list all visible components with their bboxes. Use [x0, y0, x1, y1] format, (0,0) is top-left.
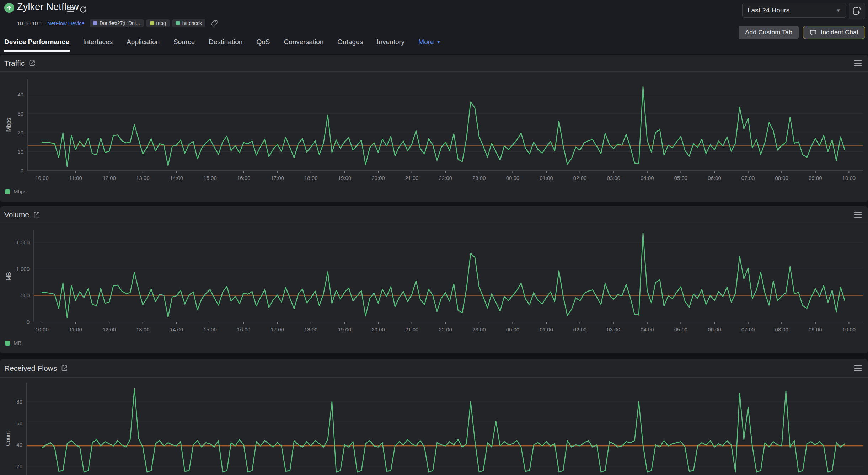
- svg-text:07:00: 07:00: [741, 326, 755, 332]
- svg-text:10:00: 10:00: [35, 326, 49, 332]
- received-flows-panel: Received Flows 20406080Count: [0, 359, 868, 475]
- tab-application[interactable]: Application: [126, 33, 160, 51]
- svg-text:22:00: 22:00: [439, 175, 452, 181]
- svg-text:18:00: 18:00: [304, 175, 318, 181]
- tab-destination[interactable]: Destination: [208, 33, 243, 51]
- tag-label: Don&#x27;t_Del...: [100, 20, 140, 26]
- svg-text:40: 40: [16, 442, 22, 448]
- svg-text:18:00: 18:00: [304, 326, 318, 332]
- svg-text:19:00: 19:00: [338, 326, 352, 332]
- tab-inventory[interactable]: Inventory: [376, 33, 405, 51]
- received-flows-panel-title: Received Flows: [4, 364, 57, 373]
- svg-text:1,500: 1,500: [16, 239, 30, 245]
- svg-text:06:00: 06:00: [708, 326, 721, 332]
- svg-text:10: 10: [17, 149, 23, 155]
- widget-menu-icon[interactable]: [854, 58, 862, 68]
- popout-window-button[interactable]: [849, 3, 865, 19]
- page-header: Zylker Netflow 10.10.10.1 NetFlow Device…: [0, 0, 868, 54]
- volume-chart: 05001,0001,500MB10:0011:0012:0013:0014:0…: [0, 223, 868, 353]
- svg-text:05:00: 05:00: [674, 326, 688, 332]
- svg-text:09:00: 09:00: [809, 326, 822, 332]
- svg-text:Mbps: Mbps: [6, 118, 12, 132]
- legend-label: Mbps: [14, 188, 27, 194]
- tab-conversation[interactable]: Conversation: [283, 33, 324, 51]
- tab-interfaces[interactable]: Interfaces: [82, 33, 113, 51]
- time-range-value: Last 24 Hours: [748, 6, 789, 14]
- svg-text:12:00: 12:00: [102, 326, 116, 332]
- svg-text:05:00: 05:00: [674, 175, 688, 181]
- open-trend-icon[interactable]: [33, 211, 40, 218]
- svg-text:20:00: 20:00: [371, 175, 385, 181]
- svg-text:500: 500: [21, 292, 30, 298]
- svg-text:0: 0: [27, 319, 30, 325]
- tag-chip: hit:check: [172, 19, 205, 27]
- tag-label: mbg: [156, 20, 166, 26]
- svg-text:17:00: 17:00: [270, 326, 284, 332]
- tag-chip: mbg: [146, 19, 170, 27]
- traffic-chart: 010203040Mbps10:0011:0012:0013:0014:0015…: [0, 72, 868, 202]
- tab-device-performance[interactable]: Device Performance: [4, 33, 70, 51]
- time-range-dropdown[interactable]: Last 24 Hours ▼: [742, 3, 846, 18]
- open-trend-icon[interactable]: [29, 60, 36, 66]
- tag-color-swatch: [150, 21, 154, 25]
- svg-text:23:00: 23:00: [472, 326, 486, 332]
- received-flows-panel-header: Received Flows: [0, 359, 868, 378]
- svg-text:20:00: 20:00: [371, 326, 385, 332]
- svg-text:12:00: 12:00: [102, 175, 116, 181]
- header-menu-icon[interactable]: [66, 5, 75, 16]
- popout-sparkle-icon: [852, 6, 862, 16]
- tag-color-swatch: [93, 21, 97, 25]
- tab-source[interactable]: Source: [173, 33, 195, 51]
- svg-text:14:00: 14:00: [170, 326, 183, 332]
- svg-text:20: 20: [16, 463, 22, 469]
- traffic-panel: Traffic 010203040Mbps10:0011:0012:0013:0…: [0, 55, 868, 202]
- volume-legend-item[interactable]: MB: [5, 340, 22, 346]
- svg-text:30: 30: [17, 111, 23, 117]
- header-actions: Add Custom Tab Incident Chat: [739, 26, 865, 39]
- svg-text:01:00: 01:00: [540, 326, 553, 332]
- svg-text:17:00: 17:00: [270, 175, 284, 181]
- tab-qos[interactable]: QoS: [256, 33, 270, 51]
- svg-text:00:00: 00:00: [506, 326, 520, 332]
- svg-text:16:00: 16:00: [237, 326, 251, 332]
- svg-text:1,000: 1,000: [16, 266, 30, 272]
- svg-text:13:00: 13:00: [136, 175, 150, 181]
- svg-text:0: 0: [21, 167, 23, 174]
- svg-text:10:00: 10:00: [35, 175, 49, 181]
- add-custom-tab-button[interactable]: Add Custom Tab: [739, 26, 799, 39]
- traffic-panel-title: Traffic: [4, 59, 25, 68]
- svg-text:20: 20: [17, 129, 23, 135]
- widget-menu-icon[interactable]: [854, 209, 862, 220]
- svg-text:04:00: 04:00: [641, 175, 654, 181]
- svg-text:09:00: 09:00: [809, 175, 822, 181]
- device-ip: 10.10.10.1: [17, 20, 42, 26]
- svg-text:03:00: 03:00: [607, 326, 620, 332]
- svg-text:60: 60: [16, 420, 22, 426]
- volume-panel-title: Volume: [4, 210, 29, 219]
- tag-chip-list: Don&#x27;t_Del...mbghit:check: [90, 19, 205, 27]
- open-trend-icon[interactable]: [61, 365, 68, 372]
- device-type-link[interactable]: NetFlow Device: [47, 20, 85, 26]
- tag-label: hit:check: [182, 20, 202, 26]
- refresh-icon[interactable]: [79, 5, 87, 15]
- widget-menu-icon[interactable]: [854, 363, 862, 373]
- svg-text:21:00: 21:00: [405, 326, 419, 332]
- tab-more[interactable]: More▼: [418, 33, 441, 51]
- chat-icon: [810, 28, 818, 36]
- svg-text:23:00: 23:00: [472, 175, 486, 181]
- svg-text:Count: Count: [5, 431, 11, 446]
- svg-text:16:00: 16:00: [237, 175, 251, 181]
- svg-text:06:00: 06:00: [708, 175, 721, 181]
- svg-text:01:00: 01:00: [540, 175, 553, 181]
- tab-outages[interactable]: Outages: [337, 33, 364, 51]
- tag-icon[interactable]: [210, 19, 218, 27]
- svg-text:10:00: 10:00: [842, 326, 856, 332]
- tag-chip: Don&#x27;t_Del...: [90, 19, 144, 27]
- svg-text:40: 40: [17, 91, 23, 97]
- incident-chat-button[interactable]: Incident Chat: [803, 26, 865, 39]
- svg-text:15:00: 15:00: [203, 175, 217, 181]
- netflow-dashboard: { "header": { "title": "Zylker Netflow",…: [0, 0, 868, 475]
- svg-text:19:00: 19:00: [338, 175, 352, 181]
- legend-swatch: [5, 189, 10, 194]
- traffic-legend-item[interactable]: Mbps: [5, 188, 27, 194]
